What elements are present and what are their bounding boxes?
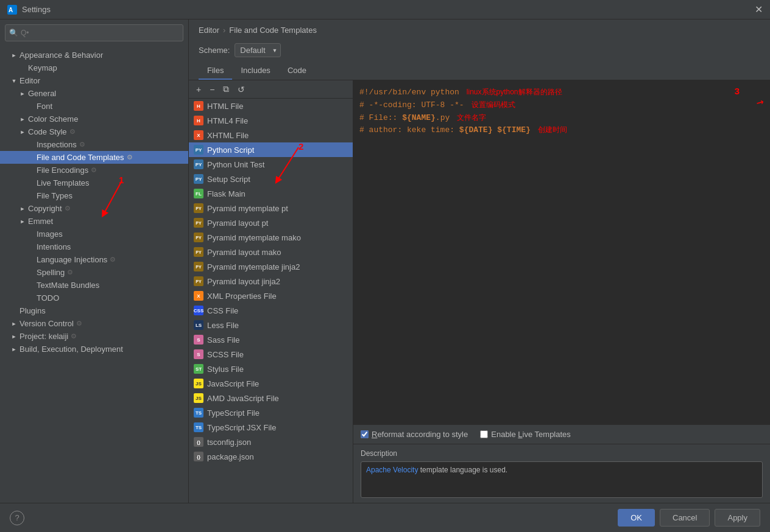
sidebar-item-spelling[interactable]: Spelling ⚙ bbox=[0, 266, 188, 279]
tab-files[interactable]: Files bbox=[199, 62, 232, 80]
sidebar-item-keymap[interactable]: Keymap bbox=[0, 61, 188, 74]
file-item-html4[interactable]: H HTML4 File bbox=[189, 113, 353, 128]
sidebar-item-appearance[interactable]: Appearance & Behavior bbox=[0, 49, 188, 61]
file-item-amdjs[interactable]: JS AMD JavaScript File bbox=[189, 391, 353, 405]
sidebar-item-livetemplates[interactable]: Live Templates bbox=[0, 177, 188, 189]
live-templates-label: Enable Live Templates bbox=[491, 430, 571, 439]
breadcrumb-sep: › bbox=[223, 26, 225, 35]
apache-velocity-link[interactable]: Apache Velocity bbox=[366, 466, 418, 474]
pyramid-icon: PY bbox=[194, 262, 203, 271]
file-item-packagejson[interactable]: {} package.json bbox=[189, 449, 353, 464]
file-label: Pyramid mytemplate jinja2 bbox=[207, 262, 300, 271]
file-item-tsxjsx[interactable]: TS TypeScript JSX File bbox=[189, 420, 353, 435]
file-label: tsconfig.json bbox=[207, 438, 251, 447]
sidebar-item-inspections[interactable]: Inspections ⚙ bbox=[0, 138, 188, 151]
remove-button[interactable]: − bbox=[207, 83, 217, 96]
file-item-xml[interactable]: X XML Properties File bbox=[189, 289, 353, 303]
sidebar-item-label: File Types bbox=[37, 191, 72, 200]
live-templates-checkbox-label[interactable]: Enable Live Templates bbox=[480, 430, 571, 439]
search-input[interactable] bbox=[21, 29, 179, 37]
file-label: Pyramid layout pt bbox=[207, 219, 268, 228]
ok-button[interactable]: OK bbox=[618, 509, 655, 527]
file-label: HTML4 File bbox=[207, 116, 248, 125]
file-item-pythontest[interactable]: PY Python Unit Test bbox=[189, 157, 353, 172]
file-item-less[interactable]: LS Less File bbox=[189, 318, 353, 332]
sidebar-item-filetypes[interactable]: File Types bbox=[0, 189, 188, 202]
file-item-js[interactable]: JS JavaScript File bbox=[189, 376, 353, 391]
file-item-stylus[interactable]: ST Stylus File bbox=[189, 362, 353, 376]
sidebar-item-label: Images bbox=[37, 229, 63, 239]
file-item-pyrlayoutpt[interactable]: PY Pyramid layout pt bbox=[189, 215, 353, 230]
cancel-button[interactable]: Cancel bbox=[660, 509, 710, 527]
file-item-ts[interactable]: TS TypeScript File bbox=[189, 405, 353, 420]
sidebar-item-textmatebundles[interactable]: TextMate Bundles bbox=[0, 279, 188, 292]
add-button[interactable]: + bbox=[194, 83, 203, 96]
sidebar-item-general[interactable]: General bbox=[0, 87, 188, 100]
file-label: TypeScript File bbox=[207, 408, 260, 418]
expand-arrow bbox=[18, 64, 27, 72]
setup-icon: PY bbox=[194, 174, 203, 184]
apply-button[interactable]: Apply bbox=[715, 509, 760, 527]
tab-code[interactable]: Code bbox=[279, 62, 315, 80]
code-editor[interactable]: 3 ↗ #!/usr/bin/env python linux系统python解… bbox=[353, 80, 770, 424]
file-item-pyrjinja2[interactable]: PY Pyramid mytemplate jinja2 bbox=[189, 259, 353, 274]
file-item-setup[interactable]: PY Setup Script bbox=[189, 172, 353, 186]
sidebar-item-versioncontrol[interactable]: Version Control ⚙ bbox=[0, 317, 188, 330]
sidebar-item-codestyle[interactable]: Code Style ⚙ bbox=[0, 125, 188, 138]
live-templates-checkbox[interactable] bbox=[480, 430, 488, 438]
sidebar-item-label: File Encodings bbox=[37, 166, 88, 175]
settings-icon: ⚙ bbox=[71, 332, 77, 340]
search-box[interactable]: 🔍 bbox=[5, 24, 183, 41]
file-item-tsconfig[interactable]: {} tsconfig.json bbox=[189, 435, 353, 449]
sidebar-item-label: Version Control bbox=[19, 319, 74, 328]
tab-includes[interactable]: Includes bbox=[232, 62, 278, 80]
reset-button[interactable]: ↺ bbox=[235, 83, 247, 96]
sidebar-item-project[interactable]: Project: kelaiji ⚙ bbox=[0, 330, 188, 343]
file-item-python[interactable]: PY Python Script bbox=[189, 142, 353, 157]
file-item-html[interactable]: H HTML File bbox=[189, 99, 353, 113]
copy-button[interactable]: ⧉ bbox=[221, 83, 231, 96]
sidebar: 🔍 Appearance & Behavior Keymap Editor bbox=[0, 19, 189, 503]
sidebar-item-plugins[interactable]: Plugins bbox=[0, 304, 188, 317]
expand-arrow bbox=[18, 89, 27, 98]
file-item-scss[interactable]: S SCSS File bbox=[189, 347, 353, 362]
pythontest-icon: PY bbox=[194, 159, 203, 169]
sidebar-item-copyright[interactable]: Copyright ⚙ bbox=[0, 202, 188, 215]
reformat-checkbox[interactable] bbox=[361, 430, 369, 438]
sidebar-item-label: Appearance & Behavior bbox=[19, 51, 103, 60]
ts-icon: TS bbox=[194, 408, 203, 418]
sidebar-item-intentions[interactable]: Intentions bbox=[0, 240, 188, 253]
breadcrumb: Editor › File and Code Templates bbox=[189, 19, 770, 41]
breadcrumb-current: File and Code Templates bbox=[229, 26, 317, 35]
pyramid-icon: PY bbox=[194, 233, 203, 242]
reformat-checkbox-label[interactable]: Reformat according to style bbox=[361, 430, 468, 439]
file-item-pyrlayoutmako[interactable]: PY Pyramid layout mako bbox=[189, 245, 353, 259]
expand-arrow bbox=[10, 332, 18, 341]
file-item-pyrlayoutjinja2[interactable]: PY Pyramid layout jinja2 bbox=[189, 274, 353, 289]
sidebar-item-images[interactable]: Images bbox=[0, 228, 188, 240]
sidebar-item-label: Plugins bbox=[19, 306, 46, 315]
scheme-select[interactable]: Default bbox=[235, 43, 281, 57]
sidebar-item-fileencodings[interactable]: File Encodings ⚙ bbox=[0, 164, 188, 177]
sidebar-item-label: Color Scheme bbox=[28, 114, 78, 124]
close-icon[interactable]: ✕ bbox=[755, 5, 763, 15]
file-item-flask[interactable]: FL Flask Main bbox=[189, 186, 353, 201]
file-item-xhtml[interactable]: X XHTML File bbox=[189, 128, 353, 142]
sidebar-item-filecodetemplates[interactable]: File and Code Templates ⚙ bbox=[0, 151, 188, 164]
sidebar-item-languageinjections[interactable]: Language Injections ⚙ bbox=[0, 253, 188, 266]
sidebar-item-colorscheme[interactable]: Color Scheme bbox=[0, 113, 188, 125]
sidebar-item-todo[interactable]: TODO bbox=[0, 292, 188, 304]
sidebar-item-emmet[interactable]: Emmet bbox=[0, 215, 188, 228]
file-item-css[interactable]: CSS CSS File bbox=[189, 303, 353, 318]
sidebar-item-build[interactable]: Build, Execution, Deployment bbox=[0, 343, 188, 355]
file-item-sass[interactable]: S Sass File bbox=[189, 332, 353, 347]
python-icon: PY bbox=[194, 145, 203, 155]
code-line-4: # author: keke time: ${DATE} ${TIME} 创建时… bbox=[359, 124, 764, 137]
sidebar-item-editor[interactable]: Editor bbox=[0, 74, 188, 87]
sidebar-item-label: File and Code Templates bbox=[37, 153, 124, 162]
file-item-pyrmako[interactable]: PY Pyramid mytemplate mako bbox=[189, 230, 353, 245]
help-button[interactable]: ? bbox=[10, 511, 24, 525]
file-item-pyrmytpt[interactable]: PY Pyramid mytemplate pt bbox=[189, 201, 353, 215]
sidebar-item-font[interactable]: Font bbox=[0, 100, 188, 113]
titlebar: A Settings ✕ bbox=[0, 0, 770, 19]
